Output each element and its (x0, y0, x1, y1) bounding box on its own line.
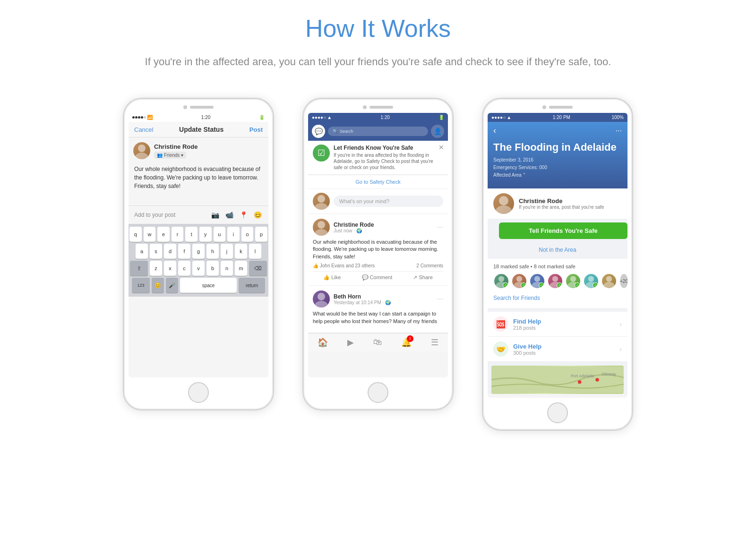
key-q[interactable]: q (129, 227, 142, 242)
key-n[interactable]: n (221, 261, 233, 276)
friend-avatar-7 (601, 273, 617, 289)
key-c[interactable]: c (178, 261, 190, 276)
key-i[interactable]: i (227, 227, 240, 242)
svg-point-2 (318, 195, 325, 203)
key-y[interactable]: y (199, 227, 212, 242)
composer-input[interactable]: What's on your mind? (334, 196, 443, 207)
key-m[interactable]: m (235, 261, 247, 276)
messenger-icon[interactable]: 💬 (312, 125, 325, 138)
video-icon[interactable]: 📹 (224, 210, 234, 220)
post-1-header: Christine Rode Just now · 🌍 ··· (313, 219, 443, 236)
banner-close-button[interactable]: ✕ (438, 144, 444, 151)
key-v[interactable]: v (192, 261, 205, 276)
tab-home[interactable]: 🏠 (318, 337, 328, 348)
event-area[interactable]: Affected Area ˅ (493, 171, 622, 179)
svg-point-4 (318, 221, 325, 229)
give-help-count: 300 posts (513, 350, 541, 356)
key-j[interactable]: j (221, 244, 233, 259)
key-123[interactable]: 123 (132, 278, 150, 293)
audience-pill[interactable]: 👥 Friends ▾ (154, 152, 186, 159)
people-icon[interactable]: 👤 (431, 125, 444, 138)
search-for-friends-link[interactable]: Search for Friends (493, 293, 622, 303)
key-o[interactable]: o (241, 227, 254, 242)
post-2-more[interactable]: ··· (437, 295, 443, 303)
safe-check-1: ✓ (503, 282, 508, 288)
facebook-search-bar[interactable]: 🔍 Search (328, 127, 428, 136)
key-l[interactable]: l (249, 244, 261, 259)
friend-avatar-2: ✓ (511, 273, 527, 289)
tab-marketplace[interactable]: 🛍 (373, 337, 382, 348)
home-button-1[interactable] (188, 382, 209, 403)
not-in-area-link[interactable]: Not in the Area (488, 244, 627, 256)
key-e[interactable]: e (157, 227, 170, 242)
like-button[interactable]: 👍 Like (323, 274, 341, 281)
key-return[interactable]: return (239, 278, 265, 293)
keyboard-row-1: q w e r t y u i o p (129, 227, 267, 242)
post-1-more[interactable]: ··· (437, 223, 443, 231)
photo-icon[interactable]: 📷 (210, 210, 220, 220)
key-z[interactable]: z (150, 261, 162, 276)
key-f[interactable]: f (178, 244, 190, 259)
share-button[interactable]: ↗ Share (413, 274, 432, 281)
map-view[interactable]: Port Adelaide Ottoway (491, 366, 624, 394)
key-u[interactable]: u (214, 227, 226, 242)
key-b[interactable]: b (206, 261, 219, 276)
p2-battery: 🔋 (438, 115, 444, 120)
key-a[interactable]: a (136, 244, 148, 259)
tab-video[interactable]: ▶ (347, 337, 354, 348)
home-button-2[interactable] (368, 382, 388, 403)
key-g[interactable]: g (192, 244, 205, 259)
key-r[interactable]: r (172, 227, 184, 242)
key-mic[interactable]: 🎤 (166, 278, 178, 293)
phone-3-time: 1:20 PM (553, 115, 570, 120)
phone-1-signal: 📶 (132, 115, 153, 120)
find-help-item[interactable]: 🆘 Find Help 218 posts › (488, 312, 627, 337)
tab-menu[interactable]: ☰ (431, 337, 438, 348)
cancel-button[interactable]: Cancel (134, 126, 153, 133)
banner-title: Let Friends Know You're Safe (334, 145, 443, 151)
key-h[interactable]: h (206, 244, 219, 259)
search-icon: 🔍 (333, 129, 338, 134)
key-k[interactable]: k (235, 244, 247, 259)
friends-icon: 👥 (157, 153, 163, 158)
key-p[interactable]: p (255, 227, 267, 242)
more-options-button[interactable]: ··· (616, 127, 622, 135)
emoji-icon[interactable]: 😊 (252, 210, 263, 220)
friend-avatars-row: ✓ ✓ ✓ ✓ (493, 273, 622, 289)
location-icon[interactable]: 📍 (238, 210, 249, 220)
comment-button[interactable]: 💬 Comment (362, 274, 393, 281)
key-space[interactable]: space (180, 278, 237, 293)
friend-avatar-3: ✓ (529, 273, 545, 289)
add-to-post-label: Add to your post (134, 212, 175, 218)
facebook-tabbar: 🏠 ▶ 🛍 🔔 2 ☰ (308, 333, 448, 351)
key-emoji[interactable]: 😊 (152, 278, 164, 293)
svg-point-12 (516, 276, 522, 282)
key-delete[interactable]: ⌫ (249, 261, 267, 276)
go-to-safety-check-link[interactable]: Go to Safety Check (308, 175, 448, 189)
post-text-area[interactable]: Our whole neighborhood is evacuating bec… (129, 162, 268, 196)
svg-point-10 (498, 276, 504, 282)
key-s[interactable]: s (150, 244, 162, 259)
find-help-text: Find Help 218 posts (513, 318, 541, 331)
friend-avatar-1: ✓ (493, 273, 509, 289)
key-t[interactable]: t (185, 227, 198, 242)
tell-friends-safe-button[interactable]: Tell Friends You're Safe (499, 222, 627, 239)
post-1-actions: 👍 Like 💬 Comment ↗ Share (313, 271, 443, 281)
give-help-item[interactable]: 🤝 Give Help 300 posts › (488, 337, 627, 362)
phone-1-status-bar: 📶 1:20 🔋 (129, 113, 268, 122)
tab-notifications[interactable]: 🔔 2 (401, 337, 412, 348)
post-1-user-info: Christine Rode Just now · 🌍 (334, 222, 374, 233)
phone-2-camera (363, 105, 367, 109)
phone-1-top (129, 105, 268, 109)
svg-point-1 (135, 153, 148, 159)
back-button[interactable]: ‹ (493, 126, 496, 136)
key-x[interactable]: x (164, 261, 176, 276)
key-d[interactable]: d (164, 244, 176, 259)
find-help-chevron: › (619, 320, 622, 328)
key-w[interactable]: w (144, 227, 156, 242)
key-shift[interactable]: ⇧ (130, 261, 148, 276)
post-button[interactable]: Post (249, 126, 263, 133)
phone-2-speaker (369, 106, 393, 109)
banner-text: If you're in the area affected by the fl… (334, 152, 443, 171)
home-button-3[interactable] (547, 402, 568, 423)
